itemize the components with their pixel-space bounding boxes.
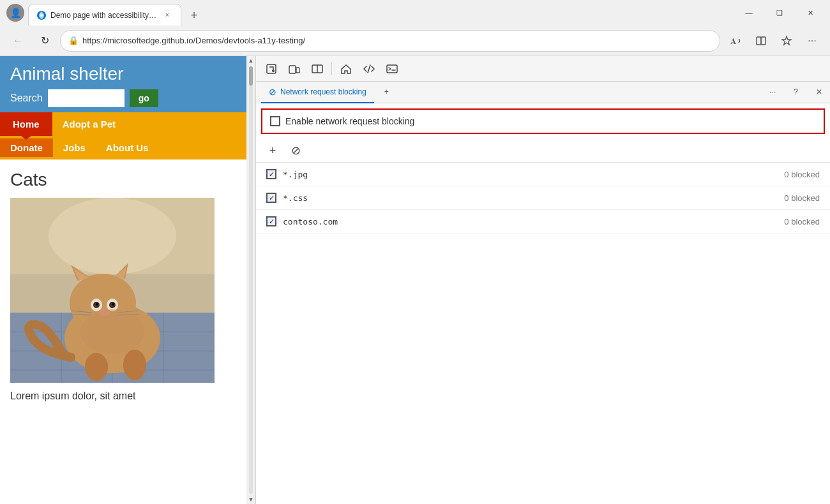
devtools-panel: ⊘ Network request blocking + ··· ? ✕ Ena… <box>255 56 830 504</box>
svg-rect-35 <box>267 64 276 73</box>
blocking-patterns-list: *.jpg 0 blocked *.css 0 blocked contoso.… <box>256 163 830 233</box>
enable-blocking-checkbox[interactable] <box>270 116 280 126</box>
website-content: Animal shelter Search go Home Adopt a Pe… <box>0 56 255 504</box>
browser-tab[interactable]: Demo page with accessibility issu × <box>28 4 181 26</box>
item-checkbox-css[interactable] <box>266 193 276 203</box>
tab-title: Demo page with accessibility issu <box>50 11 158 20</box>
search-input[interactable] <box>48 89 124 107</box>
enable-blocking-row: Enable network request blocking <box>261 108 825 134</box>
scroll-down-arrow[interactable]: ▼ <box>246 495 255 504</box>
site-header: Animal shelter Search go <box>0 56 246 112</box>
scroll-thumb[interactable] <box>249 66 253 85</box>
navigation-bar: ← ↻ 🔒 https://microsoftedge.github.io/De… <box>0 26 830 56</box>
tabs-area: Demo page with accessibility issu × + <box>26 0 734 26</box>
nav-actions: 𝐀 ··· <box>724 29 824 52</box>
list-item: contoso.com 0 blocked <box>256 210 830 233</box>
search-button[interactable]: go <box>130 89 158 107</box>
svg-rect-42 <box>387 65 397 73</box>
more-devtools-button[interactable]: ··· <box>762 82 783 103</box>
more-button[interactable]: ··· <box>801 29 824 52</box>
blocking-tab-icon: ⊘ <box>269 87 276 97</box>
site-main-content: Cats <box>0 159 246 412</box>
title-bar: 👤 Demo page with accessibility issu × + … <box>0 0 830 26</box>
console-button[interactable] <box>382 59 402 79</box>
inspect-element-button[interactable] <box>261 59 282 79</box>
maximize-button[interactable]: ❑ <box>765 3 794 23</box>
network-request-blocking-tab[interactable]: ⊘ Network request blocking <box>261 82 374 103</box>
svg-point-26 <box>112 303 114 306</box>
favorites-button[interactable] <box>775 29 798 52</box>
svg-point-25 <box>96 303 98 306</box>
webpage-panel: Animal shelter Search go Home Adopt a Pe… <box>0 56 255 504</box>
new-tab-button[interactable]: + <box>184 5 204 26</box>
close-button[interactable]: ✕ <box>796 3 825 23</box>
cat-image <box>10 198 215 383</box>
immersive-reader-button[interactable] <box>750 29 773 52</box>
donate-nav-item[interactable]: Donate <box>0 138 53 157</box>
secondary-navigation: Donate Jobs About Us <box>0 136 246 159</box>
clear-patterns-button[interactable]: ⊘ <box>287 142 305 159</box>
help-button[interactable]: ? <box>786 82 806 103</box>
toolbar-separator-1 <box>331 63 332 75</box>
close-devtools-button[interactable]: ✕ <box>808 82 830 103</box>
split-screen-button[interactable] <box>307 59 328 79</box>
svg-rect-3 <box>757 37 761 45</box>
svg-rect-38 <box>296 68 299 73</box>
lock-icon: 🔒 <box>68 36 79 45</box>
scroll-up-arrow[interactable]: ▲ <box>246 56 255 65</box>
window-controls: — ❑ ✕ <box>734 3 825 23</box>
svg-point-1 <box>40 14 43 17</box>
svg-text:𝐀: 𝐀 <box>730 36 736 46</box>
profile-area[interactable]: 👤 <box>5 3 26 23</box>
svg-point-33 <box>85 353 108 381</box>
webpage-scrollbar[interactable]: ▲ ▼ <box>246 56 255 504</box>
jobs-nav-item[interactable]: Jobs <box>53 138 96 157</box>
item-checkbox-contoso[interactable] <box>266 216 276 226</box>
url-text: https://microsoftedge.github.io/Demos/de… <box>82 36 712 45</box>
lorem-text: Lorem ipsum dolor, sit amet <box>10 390 236 402</box>
main-area: Animal shelter Search go Home Adopt a Pe… <box>0 56 830 504</box>
item-checkbox-jpg[interactable] <box>266 169 276 179</box>
add-pattern-button[interactable]: + <box>264 142 282 159</box>
site-navigation: Home Adopt a Pet <box>0 112 246 136</box>
enable-blocking-label: Enable network request blocking <box>285 116 414 126</box>
more-tools-button[interactable]: + <box>377 82 396 103</box>
item-count-css: 0 blocked <box>784 193 820 203</box>
blocking-tab-label: Network request blocking <box>280 87 366 96</box>
minimize-button[interactable]: — <box>734 3 764 23</box>
about-nav-item[interactable]: About Us <box>96 138 159 157</box>
list-item: *.css 0 blocked <box>256 186 830 210</box>
svg-rect-37 <box>289 66 296 73</box>
svg-point-34 <box>80 309 144 354</box>
svg-point-14 <box>49 198 176 274</box>
scroll-track <box>249 66 253 494</box>
source-code-button[interactable] <box>359 59 379 79</box>
tab-close-btn[interactable]: × <box>162 10 173 21</box>
svg-line-41 <box>368 65 370 73</box>
adopt-nav-item[interactable]: Adopt a Pet <box>52 112 126 136</box>
search-label: Search <box>10 93 43 104</box>
list-item: *.jpg 0 blocked <box>256 163 830 186</box>
svg-point-36 <box>272 70 275 72</box>
site-search-area: Search go <box>10 89 236 107</box>
home-button[interactable] <box>336 59 356 79</box>
item-pattern-jpg: *.jpg <box>283 170 778 179</box>
item-count-contoso: 0 blocked <box>784 217 820 226</box>
svg-rect-4 <box>761 37 766 45</box>
item-count-jpg: 0 blocked <box>784 170 820 179</box>
item-pattern-css: *.css <box>283 193 778 203</box>
item-pattern-contoso: contoso.com <box>283 217 778 226</box>
svg-point-32 <box>123 350 146 380</box>
profile-icon: 👤 <box>6 4 24 22</box>
devtools-toolbar <box>256 56 830 82</box>
refresh-button[interactable]: ↻ <box>33 29 56 52</box>
read-aloud-button[interactable]: 𝐀 <box>724 29 747 52</box>
address-bar[interactable]: 🔒 https://microsoftedge.github.io/Demos/… <box>60 30 720 52</box>
device-emulation-button[interactable] <box>284 59 305 79</box>
back-button[interactable]: ← <box>6 29 29 52</box>
tab-favicon <box>36 10 47 20</box>
nrb-content: Enable network request blocking + ⊘ *.jp… <box>256 103 830 504</box>
home-nav-item[interactable]: Home <box>0 112 52 136</box>
site-title: Animal shelter <box>10 64 236 84</box>
devtools-tabs: ⊘ Network request blocking + ··· ? ✕ <box>256 82 830 103</box>
